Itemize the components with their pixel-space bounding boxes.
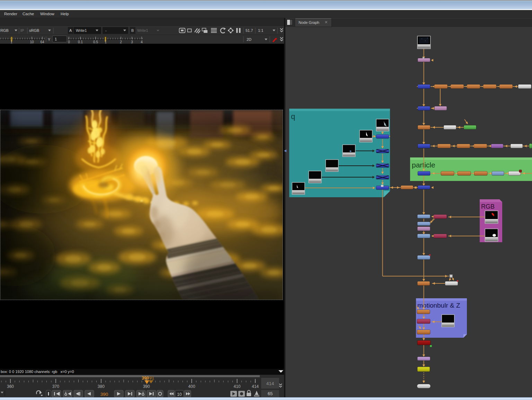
svg-text:1:1: 1:1: [258, 28, 263, 33]
svg-text:91: 91: [149, 376, 154, 381]
svg-text:410: 410: [233, 384, 240, 389]
svg-text:390: 390: [142, 376, 149, 381]
svg-text:q: q: [291, 112, 295, 121]
svg-text:2: 2: [120, 40, 122, 44]
svg-text:A: A: [69, 28, 72, 33]
svg-text:4: 4: [141, 40, 143, 44]
svg-text:Y: Y: [48, 37, 51, 42]
svg-text:10: 10: [177, 392, 182, 397]
svg-text:RGB: RGB: [481, 203, 495, 210]
svg-text:3: 3: [131, 40, 133, 44]
svg-text:65: 65: [268, 391, 273, 396]
svg-text:2D: 2D: [247, 37, 251, 42]
svg-text:B: B: [131, 28, 134, 33]
svg-text:1: 1: [55, 37, 57, 41]
svg-text:Write1: Write1: [137, 28, 148, 33]
svg-text:-: -: [105, 28, 107, 33]
svg-text:414: 414: [266, 381, 274, 386]
svg-text:390: 390: [100, 392, 108, 397]
svg-text:10: 10: [30, 40, 34, 44]
svg-text:IP: IP: [20, 28, 24, 33]
svg-text:sRGB: sRGB: [29, 28, 39, 33]
svg-text:0.1: 0.1: [78, 40, 83, 44]
svg-text:1: 1: [105, 40, 107, 44]
svg-text:0.5: 0.5: [93, 40, 98, 44]
svg-text:Write1: Write1: [76, 28, 87, 33]
svg-text:64: 64: [40, 40, 44, 44]
svg-text:390: 390: [143, 384, 150, 389]
svg-text:51.7: 51.7: [246, 28, 253, 33]
svg-text:380: 380: [98, 384, 105, 389]
svg-text:RGB: RGB: [0, 28, 9, 33]
svg-text:370: 370: [52, 384, 59, 389]
svg-text:360: 360: [7, 384, 14, 389]
svg-text:0: 0: [68, 40, 70, 44]
svg-text:414: 414: [252, 384, 259, 389]
svg-text:400: 400: [188, 384, 195, 389]
svg-text:1: 1: [10, 40, 12, 44]
